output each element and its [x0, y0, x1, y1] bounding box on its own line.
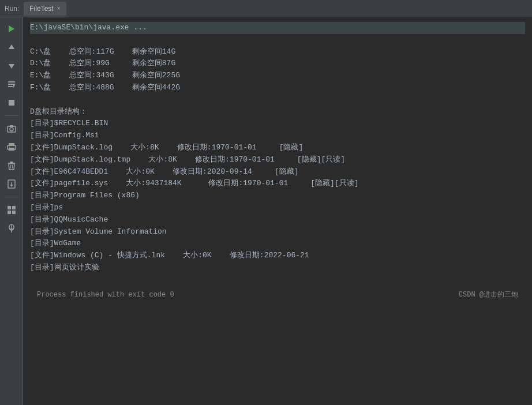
console-line-8: [目录]$RECYCLE.BIN [30, 118, 525, 130]
console-line-18: [目录]WdGame [30, 238, 525, 250]
svg-marker-2 [9, 64, 14, 69]
svg-rect-5 [8, 86, 13, 87]
svg-marker-21 [10, 185, 13, 187]
print-button[interactable] [3, 139, 20, 155]
svg-rect-13 [9, 148, 14, 151]
console-line-1 [30, 34, 525, 46]
tab-label: FileTest [29, 5, 53, 13]
tab-close-button[interactable]: × [57, 5, 61, 12]
svg-rect-24 [8, 211, 11, 214]
svg-rect-15 [10, 162, 13, 163]
console-line-blank1 [30, 94, 525, 106]
pin-button[interactable] [3, 220, 20, 237]
console-line-11: [文件]DumpStack.log.tmp 大小:8K 修改日期:1970-01… [30, 154, 525, 166]
credit-text: CSDN @进击的三炮 [459, 290, 518, 301]
console-line-12: [文件]E96C474BEDD1 大小:0K 修改日期:2020-09-14 [… [30, 166, 525, 178]
process-finished-text: Process finished with exit code 0 [37, 290, 174, 301]
console-line-20: [目录]网页设计实验 [30, 262, 525, 274]
import-button[interactable] [3, 176, 20, 192]
console-line-0: E:\javaSE\bin\java.exe ... [30, 22, 525, 34]
console-line-3: D:\盘 总空间:99G 剩余空间87G [30, 58, 525, 70]
console-line-15: [目录]ps [30, 202, 525, 214]
sidebar-divider-1 [5, 115, 18, 116]
console-line-14: [目录]Program Files (x86) [30, 190, 525, 202]
file-test-tab[interactable]: FileTest × [24, 2, 66, 16]
console-output: E:\javaSE\bin\java.exe ... C:\盘 总空间:117G… [23, 17, 532, 405]
camera-button[interactable] [3, 121, 20, 137]
layout-button[interactable] [3, 202, 20, 218]
main-area: E:\javaSE\bin\java.exe ... C:\盘 总空间:117G… [0, 17, 532, 405]
console-line-13: [文件]pagefile.sys 大小:9437184K 修改日期:1970-0… [30, 178, 525, 190]
wrap-button[interactable] [3, 76, 20, 92]
svg-rect-10 [10, 125, 13, 127]
console-line-blank2 [30, 274, 525, 286]
sidebar-divider-2 [5, 197, 18, 197]
console-line-5: F:\盘 总空间:488G 剩余空间442G [30, 82, 525, 94]
svg-rect-14 [9, 147, 10, 148]
console-line-9: [目录]Config.Msi [30, 130, 525, 142]
svg-marker-0 [9, 25, 14, 32]
svg-rect-7 [9, 100, 14, 106]
svg-point-9 [10, 127, 13, 131]
console-line-16: [目录]QQMusicCache [30, 214, 525, 226]
console-line-2: C:\盘 总空间:117G 剩余空间14G [30, 46, 525, 58]
run-label: Run: [5, 5, 19, 13]
scroll-down-button[interactable] [3, 58, 20, 74]
svg-rect-25 [12, 211, 16, 214]
console-line-4: E:\盘 总空间:343G 剩余空间225G [30, 70, 525, 82]
svg-rect-4 [8, 84, 15, 85]
run-button[interactable] [3, 21, 20, 37]
console-footer: Process finished with exit code 0 CSDN @… [30, 286, 525, 304]
console-line-10: [文件]DumpStack.log 大小:8K 修改日期:1970-01-01 … [30, 142, 525, 154]
console-line-19: [文件]Windows (C) - 快捷方式.lnk 大小:0K 修改日期:20… [30, 250, 525, 262]
console-line-17: [目录]System Volume Information [30, 226, 525, 238]
top-bar: Run: FileTest × [0, 0, 532, 17]
svg-rect-22 [8, 206, 11, 209]
stop-button[interactable] [3, 95, 20, 111]
svg-marker-1 [9, 44, 14, 49]
sidebar [0, 17, 23, 405]
scroll-up-button[interactable] [3, 39, 20, 55]
trash-button[interactable] [3, 158, 20, 174]
console-line-7: D盘根目录结构： [30, 106, 525, 118]
svg-rect-3 [8, 81, 15, 82]
svg-rect-23 [12, 206, 16, 209]
